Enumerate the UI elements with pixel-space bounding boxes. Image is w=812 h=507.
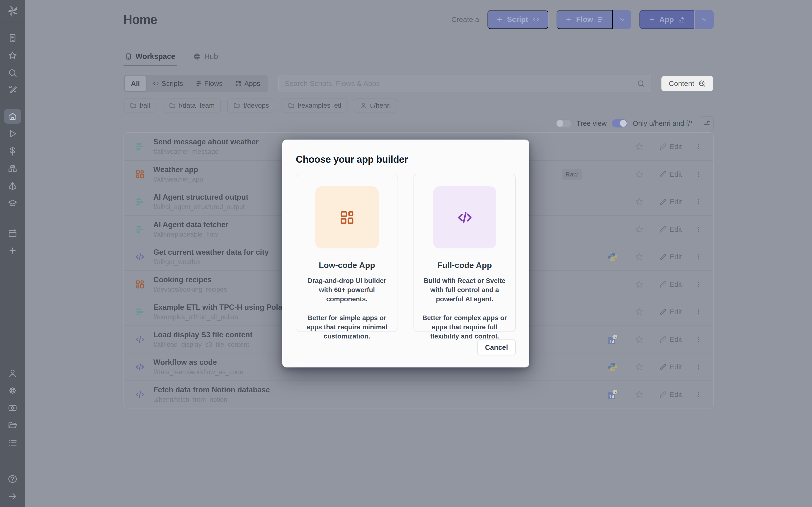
app-type-icon <box>134 279 146 290</box>
sidebar-item-workspaces[interactable] <box>0 31 25 46</box>
favorite-star-button[interactable] <box>627 390 651 399</box>
create-app-button[interactable]: App <box>640 10 694 29</box>
more-options-button[interactable] <box>690 308 707 316</box>
chip-f-data-team[interactable]: f/data_team <box>163 99 221 113</box>
filter-options-button[interactable] <box>700 116 714 130</box>
edit-button[interactable]: Edit <box>651 308 690 316</box>
favorite-star-button[interactable] <box>627 307 651 317</box>
sidebar-item-folders[interactable] <box>0 418 25 433</box>
building-icon <box>8 33 17 43</box>
search-input[interactable] <box>285 79 633 88</box>
app-builder-modal: Choose your app builder Low-code App Dra… <box>282 139 529 368</box>
sidebar-item-runs[interactable] <box>0 126 25 142</box>
page-title: Home <box>123 12 157 27</box>
sidebar-item-help[interactable] <box>0 471 25 487</box>
chip-f-examples-etl[interactable]: f/examples_etl <box>282 99 348 113</box>
full-code-description: Build with React or Svelte with full con… <box>422 276 507 304</box>
create-flow-button[interactable]: Flow <box>557 10 613 29</box>
kind-filter-scripts[interactable]: Scripts <box>146 76 190 91</box>
low-code-title: Low-code App <box>303 261 391 270</box>
favorite-star-button[interactable] <box>627 197 651 207</box>
kind-filter-all[interactable]: All <box>125 76 146 91</box>
chevron-down-icon <box>619 16 626 23</box>
edit-button[interactable]: Edit <box>651 363 690 371</box>
kebab-icon <box>695 308 702 316</box>
edit-button[interactable]: Edit <box>651 198 690 206</box>
sidebar-item-search[interactable] <box>0 65 25 80</box>
create-script-button[interactable]: Script <box>488 10 548 29</box>
favorite-star-button[interactable] <box>627 142 651 151</box>
pencil-icon <box>659 143 666 150</box>
more-options-button[interactable] <box>690 226 707 233</box>
sidebar-item-resources[interactable] <box>0 161 25 176</box>
pencil-icon <box>659 336 666 343</box>
sidebar-item-logs[interactable] <box>0 435 25 451</box>
folder-open-icon <box>8 420 17 430</box>
more-options-button[interactable] <box>690 171 707 178</box>
more-options-button[interactable] <box>690 363 707 371</box>
create-flow-split: Flow <box>557 10 631 29</box>
favorite-star-button[interactable] <box>627 280 651 289</box>
create-flow-dropdown[interactable] <box>613 10 631 29</box>
kind-filter-flows[interactable]: Flows <box>189 76 229 91</box>
favorite-star-button[interactable] <box>627 225 651 234</box>
sidebar-item-tutorials[interactable] <box>0 195 25 211</box>
edit-button[interactable]: Edit <box>651 253 690 261</box>
sidebar-item-favorites[interactable] <box>0 48 25 63</box>
sidebar-item-schedules[interactable] <box>0 225 25 241</box>
chip-u-henri[interactable]: u/henri <box>354 99 397 113</box>
cancel-button[interactable]: Cancel <box>477 339 516 355</box>
more-options-button[interactable] <box>690 143 707 150</box>
item-path: f/data_team/workflow_as_code <box>153 369 562 376</box>
content-search-button[interactable]: Content <box>661 75 713 92</box>
more-options-button[interactable] <box>690 253 707 261</box>
full-code-app-option[interactable]: Full-code App Build with React or Svelte… <box>413 174 516 332</box>
edit-button[interactable]: Edit <box>651 336 690 344</box>
chip-f-all[interactable]: f/all <box>123 99 157 113</box>
edit-button[interactable]: Edit <box>651 170 690 178</box>
sidebar-item-triggers[interactable] <box>0 178 25 193</box>
more-options-button[interactable] <box>690 336 707 343</box>
tab-hub[interactable]: Hub <box>192 52 219 66</box>
favorite-star-button[interactable] <box>627 362 651 372</box>
sidebar-item-create[interactable] <box>0 243 25 258</box>
chip-f-devops[interactable]: f/devops <box>227 99 275 113</box>
kind-filter: All Scripts Flows Apps <box>123 75 268 92</box>
item-path: u/henri/fetch_from_notion <box>153 396 562 403</box>
worker-gear-icon <box>8 403 17 413</box>
plus-icon <box>8 246 17 255</box>
star-icon <box>635 280 644 289</box>
low-code-app-option[interactable]: Low-code App Drag-and-drop UI builder wi… <box>296 174 398 332</box>
more-options-button[interactable] <box>690 281 707 288</box>
windmill-logo[interactable] <box>0 0 25 23</box>
edit-button[interactable]: Edit <box>651 391 690 399</box>
edit-button[interactable]: Edit <box>651 281 690 288</box>
sidebar-collapse-button[interactable] <box>0 489 25 504</box>
tab-workspace[interactable]: Workspace <box>123 52 177 66</box>
owner-filter-label: Only u/henri and f/* <box>633 119 693 127</box>
owner-filter-toggle[interactable] <box>612 119 627 127</box>
sidebar-item-account[interactable] <box>0 365 25 381</box>
star-icon <box>635 390 644 399</box>
kind-filter-apps[interactable]: Apps <box>229 76 266 91</box>
sidebar-item-variables[interactable] <box>0 144 25 159</box>
tree-view-toggle[interactable] <box>556 119 571 127</box>
create-app-dropdown[interactable] <box>695 10 714 29</box>
sidebar-item-settings[interactable] <box>0 383 25 398</box>
star-icon <box>635 362 644 372</box>
dollar-icon <box>8 146 17 156</box>
favorite-star-button[interactable] <box>627 252 651 262</box>
more-options-button[interactable] <box>690 198 707 206</box>
sidebar-item-workers[interactable] <box>0 400 25 416</box>
tab-hub-label: Hub <box>204 52 218 61</box>
sidebar-item-ai[interactable] <box>0 82 25 98</box>
sidebar-item-home[interactable] <box>0 109 25 124</box>
edit-button[interactable]: Edit <box>651 143 690 151</box>
dashboard-grid-icon <box>678 16 686 23</box>
favorite-star-button[interactable] <box>627 170 651 179</box>
globe-icon <box>194 53 201 60</box>
more-options-button[interactable] <box>690 391 707 398</box>
list-item[interactable]: Fetch data from Notion databaseu/henri/f… <box>124 381 713 408</box>
edit-button[interactable]: Edit <box>651 225 690 233</box>
favorite-star-button[interactable] <box>627 335 651 344</box>
